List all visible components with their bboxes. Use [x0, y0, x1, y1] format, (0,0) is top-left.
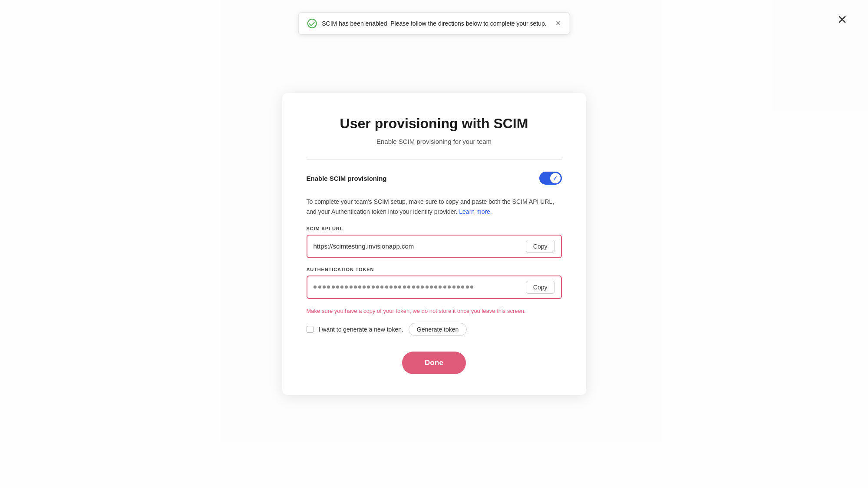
done-wrap: Done — [307, 352, 562, 374]
scim-toggle[interactable] — [539, 172, 562, 185]
copy-token-button[interactable]: Copy — [526, 281, 555, 294]
toggle-row: Enable SCIM provisioning — [307, 172, 562, 185]
auth-token-section: Authentication token Copy — [307, 267, 562, 299]
learn-more-link[interactable]: Learn more. — [459, 208, 492, 215]
done-button[interactable]: Done — [402, 352, 466, 374]
scim-url-box: https://scimtesting.invisionapp.com Copy — [307, 235, 562, 258]
toggle-knob — [550, 173, 561, 183]
close-icon[interactable]: ✕ — [837, 14, 847, 26]
generate-token-button[interactable]: Generate token — [409, 323, 467, 336]
new-token-label: I want to generate a new token. — [319, 326, 403, 333]
toast-close-button[interactable]: ✕ — [555, 20, 561, 27]
copy-url-button[interactable]: Copy — [526, 240, 555, 253]
auth-token-box: Copy — [307, 276, 562, 299]
scim-url-section: SCIM API URL https://scimtesting.invisio… — [307, 226, 562, 258]
modal-card: User provisioning with SCIM Enable SCIM … — [282, 93, 586, 395]
auth-token-label: Authentication token — [307, 267, 562, 272]
toast-message: SCIM has been enabled. Please follow the… — [322, 20, 547, 27]
toast-success-icon — [307, 19, 317, 28]
scim-url-label: SCIM API URL — [307, 226, 562, 231]
toggle-label: Enable SCIM provisioning — [307, 175, 387, 182]
scim-url-value: https://scimtesting.invisionapp.com — [314, 242, 521, 250]
new-token-row: I want to generate a new token. Generate… — [307, 323, 562, 336]
warning-text: Make sure you have a copy of your token,… — [307, 308, 562, 314]
modal-overlay: ✕ SCIM has been enabled. Please follow t… — [0, 0, 868, 488]
divider — [307, 159, 562, 159]
modal-subtitle: Enable SCIM provisioning for your team — [307, 138, 562, 145]
new-token-checkbox[interactable] — [307, 326, 314, 333]
modal-title: User provisioning with SCIM — [307, 116, 562, 132]
token-dots — [314, 285, 521, 289]
toast-notification: SCIM has been enabled. Please follow the… — [298, 12, 570, 35]
description-text: To complete your team's SCIM setup, make… — [307, 197, 562, 216]
